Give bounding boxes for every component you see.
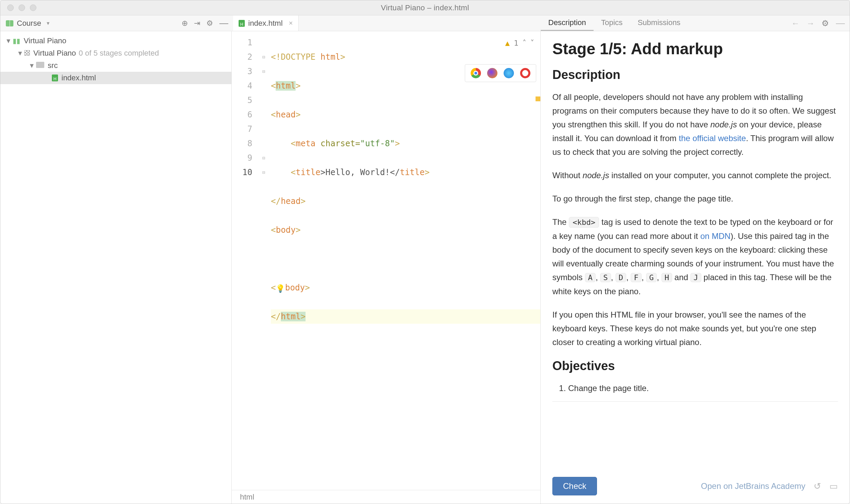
chevron-down-icon[interactable]: ▾	[15, 49, 24, 58]
editor-tab[interactable]: H index.html ×	[233, 15, 299, 31]
objective-item: Change the page title.	[568, 381, 838, 395]
open-academy-link[interactable]: Open on JetBrains Academy	[701, 481, 805, 491]
firefox-icon[interactable]	[487, 68, 497, 78]
tab-description[interactable]: Description	[541, 15, 594, 31]
description-heading: Description	[552, 68, 838, 82]
tab-submissions[interactable]: Submissions	[630, 15, 688, 31]
stage-title: Stage 1/5: Add markup	[552, 39, 838, 58]
module-name: Virtual Piano	[33, 49, 76, 58]
gear-icon[interactable]: ⚙	[206, 19, 213, 28]
undo-icon[interactable]: ↺	[814, 481, 821, 492]
comment-icon[interactable]: ▭	[829, 481, 838, 492]
file-name: index.html	[61, 73, 96, 82]
task-panel: Stage 1/5: Add markup Description Of all…	[541, 31, 850, 504]
course-dropdown[interactable]: Course ▾	[4, 18, 51, 29]
objectives-list: Change the page title.	[552, 381, 838, 395]
tab-topics[interactable]: Topics	[594, 15, 630, 31]
tree-project-root[interactable]: ▾ ▮▮ Virtual Piano	[0, 35, 231, 47]
tab-label: index.html	[248, 19, 283, 28]
tree-module[interactable]: ▾ Virtual Piano 0 of 5 stages completed	[0, 47, 231, 59]
folder-name: src	[48, 61, 58, 70]
course-label: Course	[17, 19, 41, 28]
project-name: Virtual Piano	[24, 36, 66, 45]
official-website-link[interactable]: the official website	[679, 134, 746, 143]
book-icon: ▮▮	[13, 37, 20, 45]
target-icon[interactable]: ⊕	[182, 19, 188, 28]
chrome-icon[interactable]	[471, 68, 481, 78]
line-gutter: 1 2 3 4 5 6 7 8 9 10	[232, 31, 259, 490]
fold-column[interactable]: ⊟⊟⊟⊟	[259, 31, 269, 490]
hide-panel-icon[interactable]: —	[219, 18, 228, 28]
code-content[interactable]: <!DOCTYPE html> <html> <head> <meta char…	[269, 31, 540, 490]
desc-paragraph: To go through the first step, change the…	[552, 192, 838, 206]
panel-gear-icon[interactable]: ⚙	[822, 19, 829, 28]
next-icon[interactable]: →	[806, 19, 815, 28]
html-file-icon: H	[239, 20, 245, 27]
folder-icon	[36, 61, 44, 70]
chevron-down-icon: ▾	[47, 20, 49, 26]
warning-count: 1	[514, 36, 518, 50]
toolbar: Course ▾ ⊕ ⇥ ⚙ — H index.html × Descript…	[0, 15, 850, 31]
breadcrumb[interactable]: html	[232, 490, 540, 504]
open-in-browser-bar	[465, 64, 536, 82]
chevron-down-icon[interactable]: ▾	[4, 36, 13, 45]
tree-file-index[interactable]: H index.html	[0, 72, 231, 84]
module-icon	[24, 49, 30, 58]
code-editor[interactable]: 1 2 3 4 5 6 7 8 9 10 ⊟⊟⊟⊟ <!DOCTYPE html…	[232, 31, 541, 504]
desc-paragraph: If you open this HTML file in your brows…	[552, 308, 838, 349]
chevron-down-icon[interactable]: ˅	[530, 36, 534, 50]
book-icon	[6, 20, 13, 26]
warning-icon: ▲	[505, 36, 510, 50]
close-tab-icon[interactable]: ×	[289, 19, 293, 27]
prev-icon[interactable]: ←	[791, 19, 800, 28]
scrollbar-marker	[536, 96, 540, 101]
safari-icon[interactable]	[504, 68, 514, 78]
collapse-icon[interactable]: ⇥	[194, 19, 200, 28]
mdn-link[interactable]: on MDN	[700, 231, 731, 241]
hide-right-panel-icon[interactable]: —	[836, 18, 845, 28]
html-file-icon: H	[52, 75, 58, 81]
inspection-badge[interactable]: ▲ 1 ˄ ˅	[505, 36, 535, 50]
desc-paragraph: Without node.js installed on your comput…	[552, 169, 838, 182]
titlebar: Virtual Piano – index.html	[0, 0, 850, 15]
desc-paragraph: Of all people, developers should not hav…	[552, 90, 838, 159]
window-title: Virtual Piano – index.html	[0, 3, 850, 12]
chevron-up-icon[interactable]: ˄	[522, 36, 526, 50]
chevron-down-icon[interactable]: ▾	[27, 61, 36, 70]
project-tree: ▾ ▮▮ Virtual Piano ▾ Virtual Piano 0 of …	[0, 31, 232, 504]
desc-paragraph: The <kbd> tag is used to denote the text…	[552, 215, 838, 298]
tree-folder-src[interactable]: ▾ src	[0, 59, 231, 72]
intention-bulb-icon[interactable]: 💡	[276, 284, 285, 293]
stages-status: 0 of 5 stages completed	[79, 49, 159, 58]
opera-icon[interactable]	[520, 68, 530, 78]
objectives-heading: Objectives	[552, 359, 838, 373]
check-button[interactable]: Check	[552, 477, 597, 495]
